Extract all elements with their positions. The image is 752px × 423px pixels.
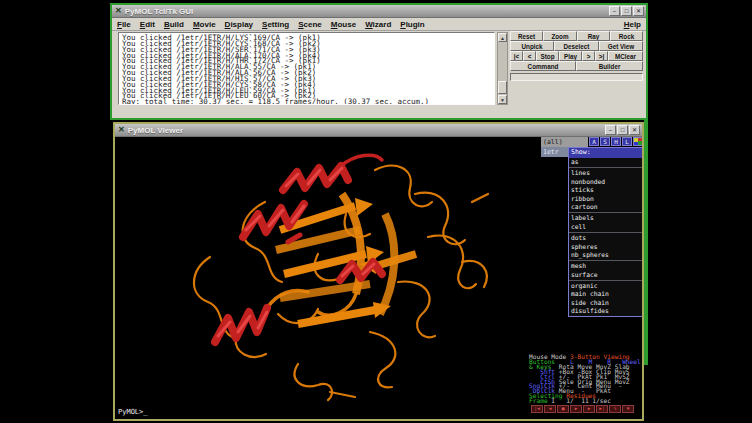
menu-scene[interactable]: Scene: [298, 20, 322, 29]
show-menu-header: Show:: [569, 148, 642, 158]
show-menu-item-disulfides[interactable]: disulfides: [569, 307, 642, 315]
viewer-window: ✕ PyMOL Viewer − □ ✕: [113, 122, 644, 421]
menu-edit[interactable]: Edit: [140, 20, 155, 29]
pymol-prompt[interactable]: PyMOL>_: [118, 408, 148, 416]
zoom-button[interactable]: Zoom: [543, 31, 577, 41]
console-output[interactable]: You clicked /1etr/1ETR/H/LYS`169/CA -> (…: [118, 32, 495, 105]
maximize-icon[interactable]: □: [617, 125, 628, 135]
gui-body: You clicked /1etr/1ETR/H/LYS`169/CA -> (…: [112, 31, 646, 106]
x-window-logo-icon: ✕: [118, 126, 125, 134]
menubar: File Edit Build Movie Display Setting Sc…: [112, 18, 646, 31]
scroll-down-icon[interactable]: ▼: [498, 95, 507, 104]
console-scrollbar[interactable]: ▲ ▼: [497, 32, 508, 105]
deselect-button[interactable]: Deselect: [554, 41, 599, 51]
menu-wizard[interactable]: Wizard: [365, 20, 391, 29]
show-menu: Show: as lines nonbonded sticks ribbon c…: [568, 147, 642, 317]
show-menu-item-sticks[interactable]: sticks: [569, 186, 642, 194]
rock-button[interactable]: Rock: [610, 31, 643, 41]
play-button[interactable]: Play: [559, 51, 582, 61]
show-menu-item-main-chain[interactable]: main chain: [569, 290, 642, 298]
viewer-titlebar[interactable]: ✕ PyMOL Viewer − □ ✕: [115, 124, 642, 137]
label-button-l[interactable]: L: [622, 137, 632, 146]
rewind-button[interactable]: |<: [510, 51, 523, 61]
show-menu-item-nb-spheres[interactable]: nb_spheres: [569, 251, 642, 259]
show-menu-item-lines[interactable]: lines: [569, 169, 642, 177]
button-panel: Reset Zoom Ray Rock Unpick Deselect Get …: [510, 31, 643, 81]
menu-separator: [569, 167, 642, 168]
show-menu-item-ribbon[interactable]: ribbon: [569, 195, 642, 203]
show-menu-item-nonbonded[interactable]: nonbonded: [569, 178, 642, 186]
menu-movie[interactable]: Movie: [193, 20, 216, 29]
minimize-icon[interactable]: −: [605, 125, 616, 135]
hide-button-h[interactable]: H: [611, 137, 621, 146]
movie-fast-forward-icon[interactable]: ▶|: [596, 405, 608, 413]
menu-separator: [569, 232, 642, 233]
ray-button[interactable]: Ray: [577, 31, 610, 41]
menu-mouse[interactable]: Mouse: [331, 20, 356, 29]
show-menu-item-organic[interactable]: organic: [569, 282, 642, 290]
close-icon[interactable]: ✕: [633, 6, 644, 16]
movie-step-back-icon[interactable]: ◀: [544, 405, 556, 413]
color-wheel-button-c[interactable]: C: [633, 137, 642, 146]
movie-control-bar: |◀ ◀ ■ ▶ ▶ ▶| S ▼: [531, 405, 634, 413]
movie-stop-icon[interactable]: ■: [557, 405, 569, 413]
minimize-icon[interactable]: −: [609, 6, 620, 16]
movie-rewind-icon[interactable]: |◀: [531, 405, 543, 413]
unpick-button[interactable]: Unpick: [510, 41, 554, 51]
show-menu-item-dots[interactable]: dots: [569, 234, 642, 242]
mouse-mode-panel: Mouse Mode 3-Button Viewing Buttons L M …: [529, 355, 642, 404]
console-line: Ray: total time: 30.37 sec. = 118.5 fram…: [122, 99, 494, 105]
mclear-button[interactable]: MClear: [608, 51, 643, 61]
gui-window-title: PyMOL Tcl/Tk GUI: [125, 7, 608, 16]
feedback-strip: [510, 73, 643, 81]
x-window-logo-icon: ✕: [115, 7, 122, 15]
step-forward-button[interactable]: >: [582, 51, 595, 61]
action-button-a[interactable]: A: [589, 137, 599, 146]
object-action-bar: A S H L C: [589, 137, 642, 146]
show-menu-item-surface[interactable]: surface: [569, 271, 642, 279]
gui-window: ✕ PyMOL Tcl/Tk GUI − □ ✕ File Edit Build…: [110, 3, 648, 120]
movie-fullscreen-icon[interactable]: ▼: [622, 405, 634, 413]
scroll-thumb[interactable]: [498, 81, 507, 94]
show-menu-item-mesh[interactable]: mesh: [569, 262, 642, 270]
show-menu-item-cartoon[interactable]: cartoon: [569, 203, 642, 211]
show-menu-item-labels[interactable]: labels: [569, 214, 642, 222]
close-icon[interactable]: ✕: [629, 125, 640, 135]
menu-setting[interactable]: Setting: [262, 20, 289, 29]
scroll-up-icon[interactable]: ▲: [498, 33, 507, 42]
show-menu-item-as[interactable]: as: [569, 158, 642, 166]
frame-label: Frame: [529, 397, 551, 404]
frame-value: I 1/ 11 1/sec: [551, 397, 611, 404]
menu-separator: [569, 260, 642, 261]
viewer-window-title: PyMOL Viewer: [128, 126, 604, 135]
movie-step-forward-icon[interactable]: ▶: [583, 405, 595, 413]
get-view-button[interactable]: Get View: [599, 41, 643, 51]
movie-sculpt-icon[interactable]: S: [609, 405, 621, 413]
show-menu-item-cell[interactable]: cell: [569, 223, 642, 231]
movie-play-icon[interactable]: ▶: [570, 405, 582, 413]
command-button[interactable]: Command: [510, 61, 576, 71]
object-row-all[interactable]: (all): [541, 137, 588, 147]
builder-button[interactable]: Builder: [576, 61, 643, 71]
menu-build[interactable]: Build: [164, 20, 184, 29]
protein-structure[interactable]: [170, 142, 540, 412]
stop-button[interactable]: Stop: [536, 51, 559, 61]
menu-separator: [569, 280, 642, 281]
occluded-window-border: [644, 120, 648, 365]
viewer-canvas[interactable]: (all) 1etr A S H L C Show: as lines nonb…: [115, 137, 642, 419]
menu-help[interactable]: Help: [624, 20, 641, 29]
show-button-s[interactable]: S: [600, 137, 610, 146]
show-menu-item-spheres[interactable]: spheres: [569, 243, 642, 251]
menu-separator: [569, 212, 642, 213]
maximize-icon[interactable]: □: [621, 6, 632, 16]
menu-plugin[interactable]: Plugin: [400, 20, 424, 29]
show-menu-item-side-chain[interactable]: side chain: [569, 299, 642, 307]
desktop: ✕ PyMOL Tcl/Tk GUI − □ ✕ File Edit Build…: [0, 0, 752, 423]
menu-display[interactable]: Display: [225, 20, 253, 29]
menu-file[interactable]: File: [117, 20, 131, 29]
step-back-button[interactable]: <: [523, 51, 536, 61]
reset-button[interactable]: Reset: [510, 31, 543, 41]
gui-titlebar[interactable]: ✕ PyMOL Tcl/Tk GUI − □ ✕: [112, 5, 646, 18]
fast-forward-button[interactable]: >|: [595, 51, 608, 61]
